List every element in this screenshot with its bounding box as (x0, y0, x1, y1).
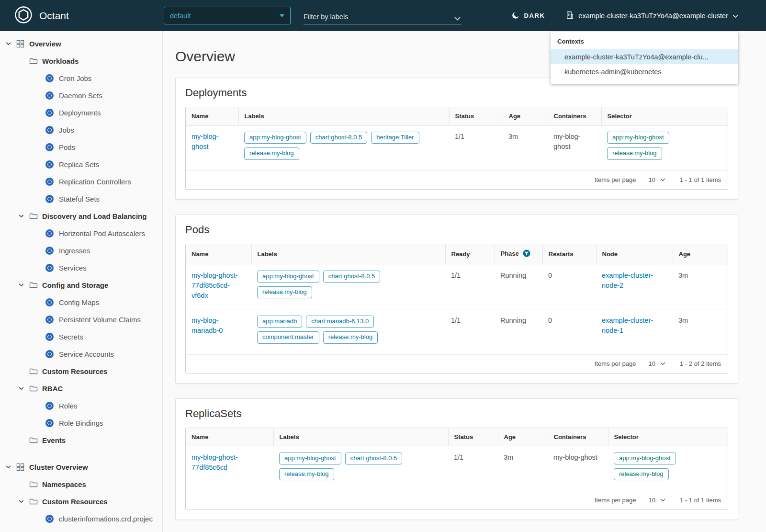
label-badge: app:my-blog-ghost (279, 453, 341, 464)
sidebar-item-service-accounts[interactable]: Service Accounts (0, 345, 162, 362)
config-maps-icon (45, 298, 54, 306)
sidebar-item-events[interactable]: Events (0, 431, 162, 449)
chevron-down-icon[interactable] (5, 464, 16, 470)
resource-link[interactable]: example-cluster-node-1 (602, 317, 653, 334)
sidebar-item-secrets[interactable]: Secrets (0, 328, 162, 345)
chevron-down-icon[interactable] (18, 282, 29, 288)
sidebar-item-config-maps[interactable]: Config Maps (0, 294, 162, 311)
card-title: Pods (185, 224, 728, 236)
sidebar-item-replica-sets[interactable]: Replica Sets (0, 156, 162, 173)
service-accounts-icon (45, 350, 54, 358)
pagination-range: 1 - 1 of 1 items (680, 176, 721, 183)
column-header: Ready (445, 244, 495, 264)
sidebar-item-csidrivers-csi-storage-k8s-io[interactable]: csidrivers.csi.storage.k8s.io (0, 527, 162, 532)
label-badge: heritage:Tiller (371, 132, 419, 144)
resource-link[interactable]: my-blog-mariadb-0 (192, 317, 223, 334)
sidebar-item-replication-controllers[interactable]: Replication Controllers (0, 173, 162, 190)
cell: 1/1 (445, 264, 495, 309)
sidebar-item-services[interactable]: Services (0, 259, 162, 276)
items-per-page-select[interactable]: 10 (649, 497, 665, 504)
sidebar-item-rbac[interactable]: RBAC (0, 380, 162, 397)
cell: 0 (542, 309, 596, 355)
cell: 3m (673, 264, 728, 309)
chevron-down-icon[interactable] (18, 385, 29, 392)
main-content: Overview DeploymentsNameLabelsStatusAgeC… (163, 31, 766, 532)
labels-cell: app:my-blog-ghostchart:ghost-8.0.5releas… (273, 446, 448, 491)
sidebar-item-label: Daemon Sets (59, 91, 102, 100)
sidebar-item-roles[interactable]: Roles (0, 397, 162, 414)
sidebar-item-discovery-and-load-balancing[interactable]: Discovery and Load Balancing (0, 207, 162, 225)
context-option[interactable]: example-cluster-ka3TuTzYo4a@example-clu.… (551, 49, 738, 64)
label-filter-input[interactable] (304, 13, 454, 21)
context-selector[interactable]: example-cluster-ka3TuTzYo4a@example-clus… (566, 11, 738, 21)
sidebar-item-stateful-sets[interactable]: Stateful Sets (0, 190, 162, 207)
column-header: Labels (238, 107, 449, 125)
column-header: Status (448, 428, 498, 446)
cell: 0 (542, 264, 596, 309)
folder-icon (29, 281, 42, 289)
resource-link[interactable]: my-blog-ghost-77df85c6cd (192, 453, 238, 471)
resource-link[interactable]: example-cluster-node-2 (602, 272, 653, 289)
column-header: Name (186, 107, 238, 125)
datagrid: NameLabelsReadyPhaseRestartsNodeAgemy-bl… (185, 244, 728, 374)
sidebar-item-custom-resources[interactable]: Custom Resources (0, 362, 162, 380)
chevron-down-icon[interactable] (18, 213, 29, 219)
datagrid: NameLabelsStatusAgeContainersSelectormy-… (185, 107, 728, 190)
sidebar-item-label: Jobs (59, 126, 74, 134)
cell: my-blog-ghost (548, 125, 601, 171)
cards: DeploymentsNameLabelsStatusAgeContainers… (175, 78, 738, 520)
sidebar-item-jobs[interactable]: Jobs (0, 121, 162, 138)
sidebar-item-label: Workloads (42, 57, 79, 65)
sidebar-item-cron-jobs[interactable]: Cron Jobs (0, 69, 162, 87)
sidebar-item-overview[interactable]: Overview (0, 35, 162, 52)
app-name: Octant (39, 10, 69, 22)
sidebar-item-label: Service Accounts (59, 350, 114, 358)
sidebar-item-namespaces[interactable]: Namespaces (0, 475, 162, 493)
column-filter-icon[interactable] (523, 249, 530, 259)
sidebar-item-deployments[interactable]: Deployments (0, 104, 162, 121)
sidebar-item-ingresses[interactable]: Ingresses (0, 242, 162, 259)
sidebar-item-label: Deployments (59, 109, 101, 117)
column-header: Age (673, 244, 728, 264)
label-badge: app:my-blog-ghost (614, 453, 676, 464)
sidebar-item-workloads[interactable]: Workloads (0, 52, 162, 69)
folder-icon (29, 367, 42, 375)
items-per-page-select[interactable]: 10 (649, 360, 665, 367)
sidebar-item-config-and-storage[interactable]: Config and Storage (0, 276, 162, 294)
role-bindings-icon (45, 419, 54, 427)
sidebar-item-label: Custom Resources (42, 498, 108, 506)
sidebar-item-label: Horizontal Pod Autoscalers (59, 229, 145, 238)
sidebar-item-label: Stateful Sets (59, 195, 100, 203)
context-option[interactable]: kubernetes-admin@kubernetes (551, 64, 738, 79)
deployments-icon (45, 109, 54, 117)
theme-toggle-button[interactable]: DARK (512, 11, 545, 21)
column-header: Age (498, 428, 548, 446)
namespace-select[interactable]: default (164, 7, 291, 24)
chevron-down-icon[interactable] (5, 41, 16, 47)
chevron-down-icon[interactable] (18, 498, 29, 505)
column-header: Restarts (542, 244, 596, 264)
labels-cell: app:my-blog-ghostrelease:my-blog (608, 446, 728, 491)
sidebar-item-label: RBAC (42, 385, 63, 393)
sidebar-item-persistent-volume-claims[interactable]: Persistent Volume Claims (0, 311, 162, 328)
labels-cell: app:my-blog-ghostchart:ghost-8.0.5releas… (251, 264, 445, 309)
sidebar-item-clusterinformations-crd-projec[interactable]: clusterinformations.crd.projec (0, 510, 162, 527)
resource-link[interactable]: my-blog-ghost-77df85c6cd-vf6dx (192, 272, 238, 299)
column-header: Phase (495, 244, 542, 264)
app-root: Octant default DARK example-cluster-ka3T… (0, 0, 766, 31)
sidebar-item-role-bindings[interactable]: Role Bindings (0, 414, 162, 431)
sidebar-item-daemon-sets[interactable]: Daemon Sets (0, 87, 162, 104)
label-badge: chart:ghost-8.0.5 (310, 132, 368, 144)
sidebar-item-pods[interactable]: Pods (0, 138, 162, 156)
folder-icon (29, 498, 42, 505)
chevron-down-icon[interactable] (454, 17, 462, 21)
table-row: my-blog-ghost-77df85c6cd-vf6dxapp:my-blo… (186, 264, 728, 309)
sidebar-item-custom-resources[interactable]: Custom Resources (0, 493, 162, 510)
resource-link[interactable]: my-blog-ghost (192, 133, 218, 150)
roles-icon (45, 402, 54, 410)
items-per-page-select[interactable]: 10 (649, 176, 665, 183)
table-row: my-blog-ghostapp:my-blog-ghostchart:ghos… (186, 125, 728, 171)
sidebar-item-horizontal-pod-autoscalers[interactable]: Horizontal Pod Autoscalers (0, 225, 162, 242)
sidebar-item-cluster-overview[interactable]: Cluster Overview (0, 458, 162, 475)
stateful-sets-icon (45, 195, 54, 203)
